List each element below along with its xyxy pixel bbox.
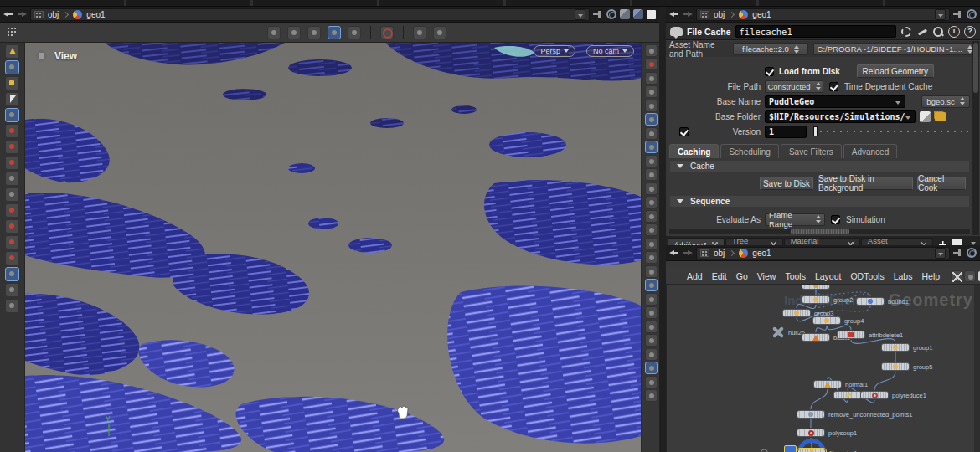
point-number-icon[interactable]: [645, 223, 658, 236]
box-zoom-icon[interactable]: [348, 26, 361, 39]
view-cube-icon[interactable]: [620, 9, 630, 19]
image-plane-icon-active[interactable]: [645, 362, 658, 374]
network-node-group4[interactable]: group4: [812, 316, 841, 325]
network-node-polysoup1[interactable]: polysoup1: [797, 429, 825, 437]
pin-pane-icon[interactable]: [953, 249, 963, 257]
network-node-remove_unconnected_points1[interactable]: remove_unconnected_points1: [797, 410, 825, 419]
breadcrumb-geo[interactable]: geo1: [86, 10, 105, 19]
shaded-view-icon[interactable]: [5, 44, 19, 59]
node-name-input[interactable]: filecache1: [735, 25, 896, 38]
field-dropdown-icon[interactable]: [903, 112, 913, 122]
node-body[interactable]: [802, 295, 830, 304]
asset-type-dropdown[interactable]: filecache::2.0: [733, 43, 807, 55]
cancel-cook-button[interactable]: Cancel Cook: [917, 177, 966, 190]
menu-labs[interactable]: Labs: [894, 271, 913, 281]
selection-visibility-icon-active[interactable]: [5, 267, 19, 281]
network-scrollbar[interactable]: [974, 285, 980, 452]
node-body[interactable]: [813, 380, 842, 388]
node-body[interactable]: [797, 429, 825, 437]
tools-crossed-icon[interactable]: [951, 270, 962, 282]
file-path-dropdown[interactable]: Constructed: [765, 80, 823, 93]
network-node[interactable]: [833, 391, 862, 399]
scene-viewport[interactable]: Y View Persp No cam: [25, 43, 641, 452]
pen-icon[interactable]: [645, 210, 658, 223]
node-body[interactable]: [856, 297, 885, 306]
joint-tool-icon[interactable]: [5, 172, 19, 186]
map-pin-icon[interactable]: [645, 376, 658, 388]
version-input[interactable]: 1: [765, 126, 807, 138]
network-node-group1[interactable]: group1: [881, 343, 910, 352]
locator-alt-icon[interactable]: [645, 127, 658, 140]
network-node-blast1[interactable]: blast1: [802, 333, 830, 342]
version-slider[interactable]: [813, 126, 968, 136]
lasso-select-icon[interactable]: [5, 283, 19, 297]
tab-save-filters[interactable]: Save Filters: [781, 144, 842, 158]
search-icon[interactable]: [932, 26, 944, 38]
greenscreen-icon[interactable]: [645, 321, 658, 333]
view-widget-icon[interactable]: [35, 49, 48, 62]
network-node-group5[interactable]: group5: [881, 362, 910, 371]
simulation-checkbox[interactable]: [831, 215, 840, 224]
follow-selection-icon[interactable]: [967, 248, 977, 258]
menu-help[interactable]: Help: [921, 271, 940, 281]
field-dropdown-icon[interactable]: [893, 97, 903, 107]
path-dropdown-icon[interactable]: [935, 248, 946, 259]
scrollbar-handle[interactable]: [791, 229, 849, 234]
delete-display-icon[interactable]: [645, 293, 658, 306]
tab-advanced[interactable]: Advanced: [843, 144, 897, 158]
base-folder-input[interactable]: $HIP/Resources/Simulations/: [765, 110, 916, 123]
rig-link-icon[interactable]: [645, 168, 658, 181]
info-icon[interactable]: i: [948, 26, 960, 38]
rotate-icon[interactable]: [5, 140, 19, 154]
info-icon[interactable]: [645, 389, 658, 402]
node-body[interactable]: [837, 331, 865, 339]
lifesaver-icon-active[interactable]: [645, 141, 658, 153]
node-body[interactable]: [812, 316, 841, 325]
path-dropdown-icon[interactable]: [575, 9, 585, 20]
asset-path-dropdown[interactable]: C:/PROGRA~1/SIDEEF~1/HOUDIN~1....: [813, 43, 977, 55]
pane-divider[interactable]: [659, 7, 666, 452]
node-body[interactable]: [860, 391, 889, 399]
prim-number-icon[interactable]: [645, 251, 658, 264]
save-to-disk-button[interactable]: Save to Disk: [760, 177, 813, 190]
point-display-icon[interactable]: [645, 182, 658, 195]
network-node-attribdelete1[interactable]: attribdelete1: [837, 331, 865, 339]
extension-dropdown[interactable]: bgeo.sc: [921, 95, 970, 108]
diamond-display-icon[interactable]: [645, 306, 658, 319]
scrollbar-handle[interactable]: [973, 43, 978, 93]
brush-icon[interactable]: [916, 26, 928, 38]
display-options-icon[interactable]: [433, 26, 446, 39]
back-icon[interactable]: [669, 10, 679, 18]
gear-icon[interactable]: [900, 26, 912, 38]
menu-layout[interactable]: Layout: [815, 271, 842, 281]
folder-icon[interactable]: [935, 112, 946, 121]
node-body[interactable]: [881, 362, 910, 371]
network-node-polyreduce1[interactable]: polyreduce1: [860, 391, 889, 399]
path-dropdown-icon[interactable]: [935, 9, 946, 20]
translate-icon[interactable]: [5, 124, 19, 138]
network-node-normal1[interactable]: normal1: [813, 380, 842, 388]
cone-display-icon-active[interactable]: [645, 279, 658, 291]
snap-grid-icon[interactable]: [5, 203, 19, 218]
network-node[interactable]: [802, 285, 830, 290]
minus-badge-icon[interactable]: [761, 449, 768, 452]
headlight-icon[interactable]: [645, 85, 658, 98]
pointer-cube-icon[interactable]: [633, 9, 643, 19]
node-body[interactable]: [782, 309, 811, 317]
forward-icon[interactable]: [683, 249, 693, 257]
base-name-input[interactable]: PuddleGeo: [765, 95, 905, 108]
camera-view-icon[interactable]: [645, 100, 658, 112]
snapshot-icon[interactable]: [645, 58, 658, 70]
node-body[interactable]: [797, 410, 825, 419]
render-flipbook-icon[interactable]: [413, 26, 426, 39]
snap-multi-icon[interactable]: [5, 219, 19, 234]
breadcrumb-geo[interactable]: geo1: [752, 10, 771, 19]
file-chooser-icon[interactable]: [920, 111, 931, 122]
scale-icon[interactable]: [5, 156, 19, 170]
layer-icon[interactable]: [645, 44, 658, 57]
tab-scheduling[interactable]: Scheduling: [720, 144, 778, 158]
tab-caching[interactable]: Caching: [669, 144, 719, 158]
menu-edit[interactable]: Edit: [712, 271, 727, 281]
handles-tool-icon-active[interactable]: [328, 26, 341, 39]
sequence-section-header[interactable]: Sequence: [669, 195, 970, 208]
